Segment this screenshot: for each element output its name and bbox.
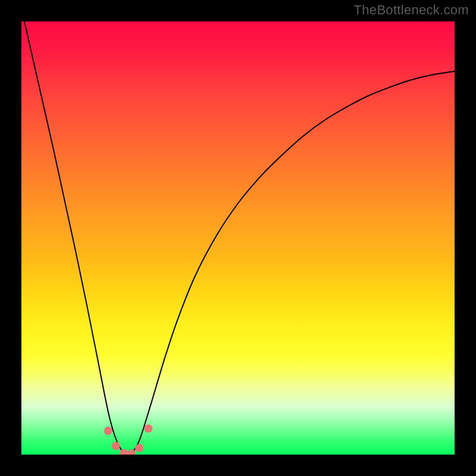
chart-svg — [21, 21, 455, 455]
chart-plot-area — [21, 21, 455, 455]
watermark-text: TheBottleneck.com — [354, 2, 469, 18]
curve-marker — [112, 441, 120, 450]
bottleneck-curve — [21, 21, 455, 455]
curve-marker — [144, 424, 152, 433]
curve-marker — [104, 427, 112, 435]
curve-markers — [104, 424, 153, 455]
curve-marker — [135, 444, 143, 452]
